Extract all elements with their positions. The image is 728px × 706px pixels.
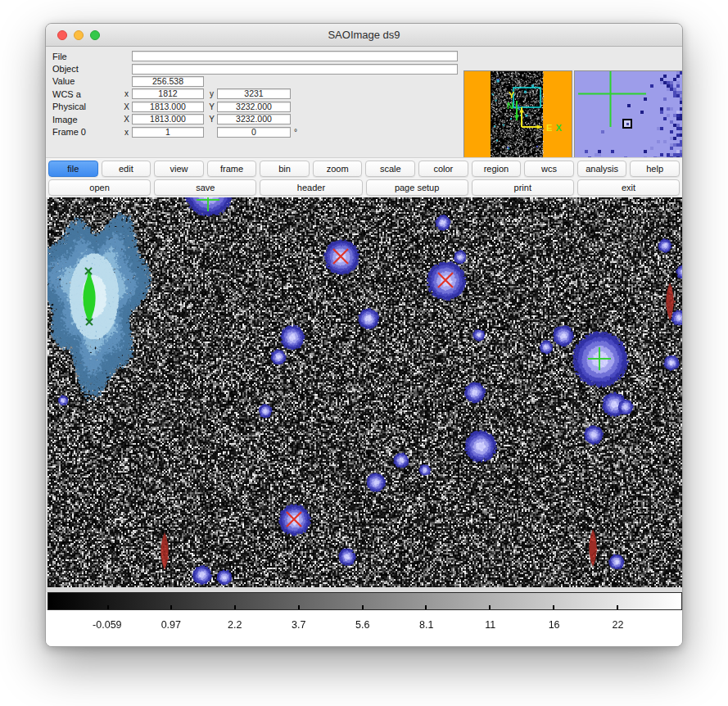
desktop: { "window": { "title": "SAOImage ds9" },…: [0, 0, 728, 706]
info-value-field-1[interactable]: 1: [132, 127, 204, 138]
info-row: Object: [46, 62, 459, 75]
colorbar-tick: [170, 605, 172, 609]
axis-sub-label-2: Y: [206, 102, 217, 111]
info-row-label: File: [46, 52, 121, 61]
info-row-label: Image: [46, 115, 121, 124]
info-row: Physical X 1813.000 Y 3232.000: [46, 101, 459, 113]
window-title: SAOImage ds9: [46, 24, 682, 46]
info-value-field-1[interactable]: [132, 51, 458, 61]
info-row-label: Physical: [46, 102, 121, 111]
file-action-button[interactable]: save: [154, 179, 256, 196]
info-value-field-2[interactable]: 3232.000: [217, 102, 291, 112]
info-row-label: Value: [46, 76, 121, 86]
info-value-field-1[interactable]: 1813.000: [132, 114, 204, 124]
axis-sub-label-1: x: [121, 89, 132, 98]
info-value-field-1[interactable]: 256.538: [132, 76, 204, 87]
colorbar-tick: [107, 605, 109, 609]
colorbar[interactable]: [47, 592, 682, 610]
menu-button[interactable]: zoom: [313, 161, 363, 177]
colorbar-tick-label: 22: [613, 619, 624, 631]
colorbar-tick-label: 3.7: [292, 619, 305, 631]
axis-sub-label-1: X: [121, 102, 132, 111]
colorbar-tick-label: 0.97: [161, 619, 181, 631]
info-value-field-2[interactable]: 3232.000: [217, 114, 291, 124]
file-action-button[interactable]: page setup: [366, 179, 468, 196]
colorbar-tick-label: 16: [549, 619, 560, 631]
colorbar-tick-label: 8.1: [419, 619, 433, 631]
degree-suffix: °: [294, 128, 297, 137]
info-value-field-2[interactable]: 0: [217, 127, 291, 138]
menu-row-file-actions: open save header page setup print exit: [46, 177, 682, 196]
file-action-button[interactable]: print: [472, 179, 574, 196]
info-row-label: Object: [46, 64, 121, 74]
colorbar-tick: [234, 605, 236, 609]
info-row: Image X 1813.000 Y 3232.000: [46, 113, 459, 125]
axis-sub-label-2: Y: [206, 115, 217, 124]
info-row: Frame 0 x 1 0 °: [46, 125, 459, 138]
menu-button[interactable]: analysis: [577, 161, 627, 177]
minimize-button[interactable]: [74, 30, 84, 40]
colorbar-tick-label: 11: [485, 619, 495, 631]
colorbar-tick: [425, 605, 427, 609]
menu-button[interactable]: region: [472, 161, 522, 177]
menu-button[interactable]: frame: [207, 161, 257, 177]
image-display-area: [46, 197, 682, 592]
title-bar[interactable]: SAOImage ds9: [46, 24, 682, 47]
menu-button[interactable]: view: [154, 161, 204, 177]
zoom-window-button[interactable]: [90, 30, 100, 40]
traffic-lights: [57, 30, 100, 40]
colorbar-tick-label: 2.2: [228, 619, 242, 631]
menu-button[interactable]: help: [630, 161, 680, 177]
info-row-label: Frame 0: [46, 127, 121, 137]
colorbar-tick-label: 5.6: [355, 619, 369, 631]
menu-row-main: file edit view frame bin zoom scale colo…: [46, 158, 682, 177]
info-value-field-2[interactable]: 3231: [217, 88, 291, 99]
colorbar-tick: [489, 605, 491, 609]
menu-button[interactable]: file: [48, 161, 98, 177]
coordinate-readout: File Object Value: [46, 50, 459, 138]
menu-button[interactable]: wcs: [524, 161, 574, 177]
colorbar-tick: [298, 605, 300, 609]
colorbar-tick-label: -0.059: [93, 619, 121, 631]
file-action-button[interactable]: open: [48, 179, 151, 196]
axis-sub-label-1: X: [121, 115, 132, 124]
colorbar-tick: [617, 605, 618, 609]
ds9-window: SAOImage ds9 File Object: [45, 23, 683, 647]
close-button[interactable]: [57, 30, 67, 40]
info-value-field-1[interactable]: [132, 64, 458, 75]
colorbar-scale: -0.059 0.97 2.2 3.7 5.6 8.1 11 16 22: [46, 610, 682, 647]
info-value-field-1[interactable]: 1812: [132, 88, 204, 99]
info-row: Value 256.538: [46, 75, 459, 88]
axis-sub-label-1: x: [121, 128, 132, 137]
menu-button[interactable]: edit: [102, 161, 151, 177]
menu-button[interactable]: scale: [365, 161, 415, 177]
menu-button[interactable]: bin: [260, 161, 310, 177]
info-row: File: [46, 50, 459, 62]
file-action-button[interactable]: exit: [577, 179, 680, 196]
axis-sub-label-2: y: [206, 89, 217, 98]
colorbar-tick: [362, 605, 364, 609]
file-action-button[interactable]: header: [260, 179, 362, 196]
menu-button[interactable]: color: [418, 161, 468, 177]
sky-image-canvas[interactable]: [47, 197, 682, 587]
info-row-label: WCS a: [46, 89, 121, 99]
info-value-field-1[interactable]: 1813.000: [132, 102, 204, 112]
info-panel: File Object Value: [46, 47, 682, 157]
menu-bar: file edit view frame bin zoom scale colo…: [46, 157, 682, 197]
info-row: WCS a x 1812 y 3231: [46, 88, 459, 100]
colorbar-tick: [553, 605, 554, 609]
